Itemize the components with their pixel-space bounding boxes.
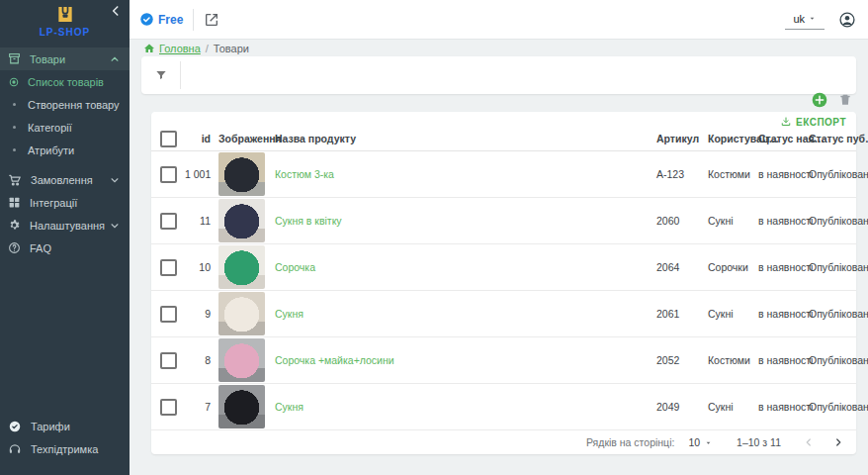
row-availability: в наявності	[758, 401, 809, 413]
row-checkbox[interactable]	[160, 352, 177, 369]
sidebar-item-label: Замовлення	[31, 174, 110, 186]
column-name: Назва продукту	[275, 133, 656, 144]
sidebar-item-orders[interactable]: Замовлення	[0, 168, 130, 191]
table-row: 11 Сукня в квітку 2060 Сукні в наявності…	[151, 198, 856, 244]
sidebar-nav: Товари Список товарів Створення товару К…	[0, 48, 130, 259]
breadcrumb-separator: /	[206, 43, 209, 54]
sidebar-item-categories[interactable]: Категорії	[0, 116, 130, 139]
sidebar-item-products[interactable]: Товари	[0, 48, 130, 70]
row-id: 11	[185, 215, 218, 227]
row-publish-status: Опубліковано	[809, 168, 856, 180]
bullet-icon	[8, 148, 20, 151]
breadcrumb-home-label: Головна	[159, 43, 201, 54]
product-image	[218, 338, 265, 382]
caret-down-icon	[808, 14, 817, 23]
row-id: 10	[185, 261, 218, 273]
sidebar: LP-SHOP Товари Список товарів	[0, 0, 130, 475]
widgets-icon	[8, 196, 21, 209]
row-sku: 2064	[656, 261, 708, 273]
divider	[180, 61, 181, 89]
row-publish-status: Опубліковано	[809, 401, 856, 413]
row-sku: 2060	[656, 215, 708, 227]
product-link[interactable]: Сукня	[275, 308, 304, 320]
account-icon[interactable]	[838, 11, 856, 29]
divider	[193, 9, 194, 31]
add-product-button[interactable]	[812, 92, 827, 108]
chevron-down-icon	[110, 221, 120, 231]
product-link[interactable]: Сорочка	[275, 261, 315, 273]
sidebar-subitem-label: Список товарів	[28, 76, 104, 88]
table-row: 7 Сукня 2049 Сукні в наявності Опубліков…	[151, 384, 856, 430]
product-link[interactable]: Костюм 3-ка	[275, 168, 334, 180]
product-link[interactable]: Сукня в квітку	[275, 215, 342, 227]
sidebar-subitem-label: Атрибути	[28, 144, 74, 156]
breadcrumb-home-link[interactable]: Головна	[143, 43, 201, 54]
table-row: 8 Сорочка +майка+лосини 2052 Костюми в н…	[151, 337, 856, 384]
column-publish: Статус пуб…	[809, 133, 856, 144]
select-all-checkbox[interactable]	[160, 131, 177, 147]
sidebar-item-tariffs[interactable]: Тарифи	[0, 415, 130, 437]
filter-icon[interactable]	[141, 68, 180, 82]
sidebar-item-label: Техпідтримка	[31, 443, 130, 455]
column-image: Зображення	[218, 133, 275, 144]
product-image	[218, 199, 265, 242]
sidebar-item-integrations[interactable]: Інтеграції	[0, 191, 130, 214]
row-category: Костюми	[708, 354, 758, 366]
product-link[interactable]: Сорочка +майка+лосини	[275, 354, 394, 366]
sidebar-subitem-label: Створення товару	[28, 99, 120, 111]
chevron-up-icon	[110, 54, 120, 64]
open-storefront-icon[interactable]	[204, 12, 219, 28]
column-header-row: id Зображення Назва продукту Артикул Кор…	[151, 127, 856, 150]
table-row: 9 Сукня 2061 Сукні в наявності Опубліков…	[151, 291, 856, 337]
row-checkbox[interactable]	[160, 166, 177, 183]
column-sku: Артикул	[656, 133, 708, 144]
rows-per-page-select[interactable]: 10	[688, 436, 713, 448]
sidebar-subitem-label: Категорії	[28, 122, 72, 134]
breadcrumb: Головна / Товари	[143, 43, 249, 54]
sidebar-item-product-list[interactable]: Список товарів	[0, 70, 130, 93]
sidebar-item-support[interactable]: Техпідтримка	[0, 437, 130, 460]
table-row: 10 Сорочка 2064 Сорочки в наявності Опуб…	[151, 244, 856, 291]
topbar: Free uk	[130, 0, 868, 40]
sidebar-item-settings[interactable]: Налаштування	[0, 214, 130, 237]
plan-badge[interactable]: Free	[139, 12, 183, 27]
row-sku: 2049	[656, 401, 708, 413]
row-publish-status: Опубліковано	[809, 354, 856, 366]
box-icon	[8, 52, 21, 65]
previous-page-icon[interactable]	[803, 436, 815, 448]
next-page-icon[interactable]	[832, 436, 844, 448]
table-header: ЕКСПОРТ id Зображення Назва продукту Арт…	[151, 112, 856, 151]
column-availability: Статус ная…	[758, 133, 809, 144]
language-select[interactable]: uk	[785, 10, 825, 30]
row-checkbox[interactable]	[160, 259, 177, 276]
bullet-icon	[8, 103, 20, 106]
help-icon	[8, 241, 21, 254]
row-category: Костюми	[708, 168, 758, 180]
sidebar-item-label: Товари	[30, 53, 110, 65]
row-sku: 2061	[656, 308, 708, 320]
sidebar-item-attributes[interactable]: Атрибути	[0, 139, 130, 161]
row-checkbox[interactable]	[160, 399, 177, 416]
delete-icon[interactable]	[838, 92, 852, 107]
sidebar-collapse-icon[interactable]	[109, 4, 123, 18]
row-category: Сукні	[708, 401, 758, 413]
row-publish-status: Опубліковано	[809, 215, 856, 227]
table-row: 1 001 Костюм 3-ка А-123 Костюми в наявно…	[151, 151, 856, 198]
logo: LP-SHOP	[0, 0, 130, 46]
product-link[interactable]: Сукня	[275, 401, 304, 413]
filter-panel	[141, 56, 856, 94]
sidebar-item-label: Тарифи	[31, 421, 130, 432]
plan-badge-label: Free	[158, 13, 183, 27]
column-category: Користувац…	[708, 133, 758, 144]
language-value: uk	[793, 13, 805, 25]
sidebar-item-faq[interactable]: FAQ	[0, 237, 130, 259]
product-image	[218, 245, 265, 289]
chevron-down-icon	[110, 175, 120, 185]
verified-badge-icon	[139, 12, 154, 27]
row-sku: 2052	[656, 354, 708, 366]
row-category: Сукні	[708, 308, 758, 320]
row-checkbox[interactable]	[160, 306, 177, 323]
row-checkbox[interactable]	[160, 213, 177, 230]
sidebar-item-product-create[interactable]: Створення товару	[0, 93, 130, 116]
row-publish-status: Опубліковано	[809, 261, 856, 273]
